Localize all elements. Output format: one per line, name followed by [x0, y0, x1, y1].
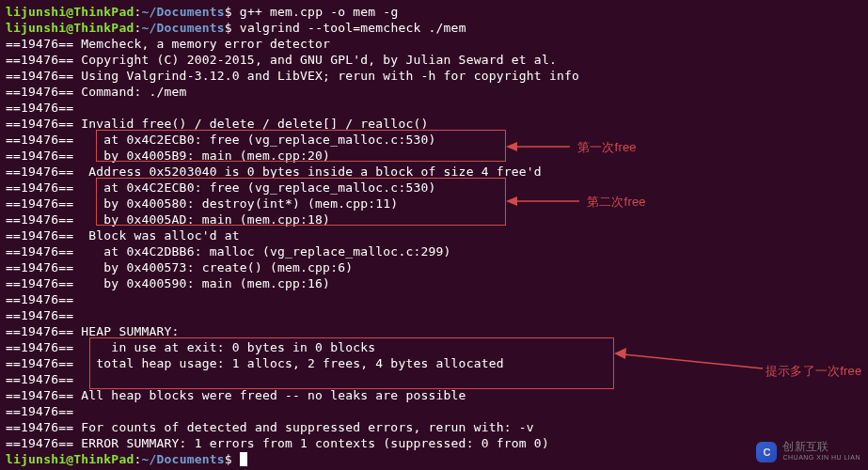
output-line: ==19476== Address 0x5203040 is 0 bytes i… — [6, 164, 542, 179]
output-line: ==19476== — [6, 292, 81, 306]
output-line: ==19476== at 0x4C2ECB0: free (vg_replace… — [6, 180, 436, 195]
output-line: ==19476== All heap blocks were freed -- … — [6, 388, 466, 402]
output-line: ==19476== For counts of detected and sup… — [6, 420, 534, 434]
output-line: ==19476== by 0x400580: destroy(int*) (me… — [6, 196, 398, 211]
output-line: ==19476== at 0x4C2DBB6: malloc (vg_repla… — [6, 244, 451, 258]
output-line: ==19476== — [6, 101, 81, 115]
output-line: ==19476== by 0x4005B9: main (mem.cpp:20) — [6, 149, 330, 163]
watermark: C 创新互联 CHUANG XIN HU LIAN — [756, 442, 860, 462]
output-line: ==19476== Using Valgrind-3.12.0 and LibV… — [6, 69, 579, 83]
prompt-userhost: lijunshi@ThinkPad — [6, 452, 134, 466]
watermark-text: 创新互联 — [782, 442, 860, 452]
output-line: ==19476== by 0x400573: create() (mem.cpp… — [6, 260, 353, 274]
output-line: ==19476== Memcheck, a memory error detec… — [6, 37, 330, 51]
output-line: ==19476== Copyright (C) 2002-2015, and G… — [6, 53, 557, 67]
output-line: ==19476== by 0x400590: main (mem.cpp:16) — [6, 276, 330, 290]
cursor — [240, 452, 247, 466]
command-text: g++ mem.cpp -o mem -g — [240, 5, 399, 19]
output-line: ==19476== — [6, 308, 81, 322]
prompt-userhost: lijunshi@ThinkPad — [6, 21, 134, 35]
terminal-output: lijunshi@ThinkPad:~/Documents$ g++ mem.c… — [0, 0, 868, 470]
output-line: ==19476== — [6, 372, 81, 386]
output-line: ==19476== Block was alloc'd at — [6, 228, 240, 243]
output-line: ==19476== by 0x4005AD: main (mem.cpp:18) — [6, 212, 330, 227]
output-line: ==19476== ERROR SUMMARY: 1 errors from 1… — [6, 436, 549, 450]
output-line: ==19476== Command: ./mem — [6, 85, 187, 99]
command-text: valgrind --tool=memcheck ./mem — [240, 21, 466, 35]
prompt-line: lijunshi@ThinkPad:~/Documents$ — [6, 21, 240, 35]
output-line: ==19476== HEAP SUMMARY: — [6, 324, 180, 338]
output-line: ==19476== Invalid free() / delete / dele… — [6, 117, 429, 131]
prompt-path: ~/Documents — [142, 21, 225, 35]
prompt-line: lijunshi@ThinkPad:~/Documents$ — [6, 5, 240, 19]
output-line: ==19476== at 0x4C2ECB0: free (vg_replace… — [6, 133, 436, 147]
prompt-userhost: lijunshi@ThinkPad — [6, 5, 134, 19]
prompt-path: ~/Documents — [142, 452, 225, 466]
prompt-line[interactable]: lijunshi@ThinkPad:~/Documents$ — [6, 452, 240, 466]
watermark-logo-icon: C — [756, 442, 777, 462]
output-line: ==19476== in use at exit: 0 bytes in 0 b… — [6, 340, 375, 354]
watermark-subtext: CHUANG XIN HU LIAN — [782, 452, 860, 462]
prompt-path: ~/Documents — [142, 5, 225, 19]
output-line: ==19476== — [6, 404, 81, 418]
output-line: ==19476== total heap usage: 1 allocs, 2 … — [6, 356, 504, 370]
